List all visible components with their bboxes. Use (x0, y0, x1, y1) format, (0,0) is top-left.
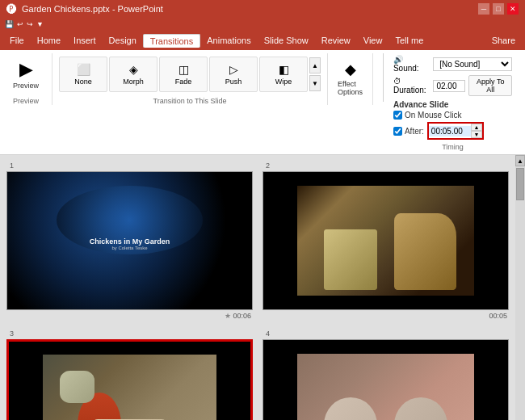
on-mouse-click-checkbox[interactable] (393, 111, 402, 120)
slide-number-3: 3 (10, 330, 14, 338)
menu-slideshow[interactable]: Slide Show (258, 34, 315, 47)
menu-transitions[interactable]: Transitions (143, 34, 200, 48)
advance-slide-title: Advance Slide (393, 100, 512, 109)
star-icon-1: ★ (225, 312, 231, 320)
slide-1-title: Chickens in My Garden (90, 237, 170, 246)
effect-options-button[interactable]: ◆ EffectOptions (334, 57, 366, 99)
duration-row: ⏱ Duration: Apply To All (393, 75, 512, 96)
after-label[interactable]: After: (393, 127, 424, 136)
minimize-button[interactable]: ─ (478, 3, 489, 15)
transition-wipe-button[interactable]: ◧ Wipe (259, 57, 308, 92)
slide-duration-1: ★ 00:06 (225, 312, 251, 320)
sound-select[interactable]: [No Sound] (433, 57, 512, 71)
none-label: None (74, 78, 92, 86)
transition-morph-button[interactable]: ◈ Morph (109, 57, 158, 92)
menu-bar: File Home Insert Design Transitions Anim… (0, 31, 525, 50)
save-icon[interactable]: 💾 (5, 20, 14, 28)
on-mouse-click-label[interactable]: On Mouse Click (393, 111, 462, 120)
slide-item-2: 2 00:05 (262, 162, 509, 320)
slide-2-bg (263, 172, 508, 309)
ribbon-separator-1 (383, 53, 384, 102)
slide-duration-2: 00:05 (489, 312, 507, 320)
time-spin-down[interactable]: ▼ (471, 131, 482, 138)
after-time-input[interactable] (429, 126, 471, 136)
time-spin-up[interactable]: ▲ (471, 124, 482, 131)
slide-3-img (43, 355, 216, 420)
ribbon-group-timing: 🔊 Sound: [No Sound] ⏱ Duration: Apply To… (393, 53, 519, 151)
transition-none-button[interactable]: ⬜ None (59, 57, 107, 92)
transition-push-button[interactable]: ▷ Push (209, 57, 258, 92)
close-button[interactable]: ✕ (507, 3, 519, 15)
duration-input[interactable] (433, 80, 465, 92)
on-mouse-click-text: On Mouse Click (405, 111, 462, 120)
menu-design[interactable]: Design (103, 34, 143, 47)
slide-2-img (297, 186, 473, 296)
app-icon: 🅟 (6, 3, 17, 15)
advance-slide-section: Advance Slide On Mouse Click After: (393, 100, 512, 140)
timing-controls: 🔊 Sound: [No Sound] ⏱ Duration: Apply To… (393, 53, 512, 141)
menu-view[interactable]: View (357, 34, 389, 47)
effect-content: ◆ EffectOptions (334, 53, 366, 103)
slide-item-3: 3 00:06 (6, 330, 253, 420)
wipe-icon: ◧ (279, 63, 289, 76)
ribbon-group-effect: ◆ EffectOptions (334, 53, 373, 105)
menu-file[interactable]: File (3, 34, 31, 47)
after-time-group: ▲ ▼ (427, 122, 484, 140)
scroll-up-button[interactable]: ▲ (515, 155, 525, 166)
slide-3-bg (9, 342, 250, 420)
customize-icon[interactable]: ▼ (36, 20, 44, 28)
morph-icon: ◈ (129, 63, 138, 76)
apply-to-all-button[interactable]: Apply To All (468, 75, 512, 96)
timing-group-label: Timing (393, 141, 512, 151)
ribbon-group-transitions: ⬜ None ◈ Morph ◫ Fade ▷ Push ◧ Wipe (59, 53, 328, 105)
slide-item-1: 1 Chickens in My Garden by Coletta Teske… (6, 162, 253, 320)
effect-icon: ◆ (345, 61, 356, 78)
menu-home[interactable]: Home (31, 34, 67, 47)
title-bar-controls[interactable]: ─ □ ✕ (478, 3, 519, 15)
scroll-down-button[interactable]: ▼ (309, 75, 321, 91)
slide-number-2: 2 (266, 162, 270, 170)
slide-thumb-1[interactable]: Chickens in My Garden by Coletta Teske (6, 171, 253, 310)
title-bar: 🅟 Garden Chickens.pptx - PowerPoint ─ □ … (0, 0, 525, 18)
slide-item-4: 4 00:06 (262, 330, 509, 420)
menu-review[interactable]: Review (315, 34, 357, 47)
sound-row: 🔊 Sound: [No Sound] (393, 55, 512, 73)
transition-scroll[interactable]: ▲ ▼ (309, 57, 321, 91)
wipe-label: Wipe (275, 78, 292, 86)
quick-access-toolbar: 💾 ↩ ↪ ▼ (0, 18, 525, 31)
main-area: 1 Chickens in My Garden by Coletta Teske… (0, 155, 525, 420)
title-bar-left: 🅟 Garden Chickens.pptx - PowerPoint (6, 3, 163, 15)
scroll-thumb[interactable] (516, 168, 524, 200)
maximize-button[interactable]: □ (493, 3, 504, 15)
preview-label: Preview (13, 82, 39, 90)
preview-group-label: Preview (6, 95, 45, 105)
menu-animations[interactable]: Animations (200, 34, 257, 47)
slide-thumb-3[interactable] (6, 339, 253, 420)
menu-tellme[interactable]: Tell me (388, 34, 430, 47)
after-checkbox[interactable] (393, 127, 402, 136)
scroll-track: ▲ ▼ (515, 155, 525, 420)
push-icon: ▷ (229, 63, 238, 76)
ribbon: ▶ Preview Preview ⬜ None ◈ Morph ◫ Fade (0, 50, 525, 155)
fade-label: Fade (175, 78, 192, 86)
after-row: After: ▲ ▼ (393, 122, 512, 140)
time-spin-buttons[interactable]: ▲ ▼ (471, 124, 482, 138)
slide-grid: 1 Chickens in My Garden by Coletta Teske… (0, 155, 515, 420)
undo-icon[interactable]: ↩ (17, 20, 23, 28)
slide-thumb-2[interactable] (262, 171, 509, 310)
slide-number-1: 1 (10, 162, 14, 170)
preview-icon: ▶ (19, 59, 33, 80)
redo-icon[interactable]: ↪ (27, 20, 33, 28)
scroll-up-button[interactable]: ▲ (309, 57, 321, 74)
duration-2: 00:05 (489, 312, 507, 320)
slide-4-bg (263, 340, 508, 420)
share-button[interactable]: Share (485, 34, 522, 47)
preview-button[interactable]: ▶ Preview (6, 56, 45, 93)
fade-icon: ◫ (178, 63, 189, 76)
ribbon-group-preview: ▶ Preview Preview (6, 53, 52, 105)
slide-1-subtitle: by Coletta Teske (90, 246, 170, 250)
slide-thumb-4[interactable] (262, 339, 509, 420)
menu-insert[interactable]: Insert (67, 34, 103, 47)
transition-fade-button[interactable]: ◫ Fade (159, 57, 208, 92)
push-label: Push (225, 78, 242, 86)
